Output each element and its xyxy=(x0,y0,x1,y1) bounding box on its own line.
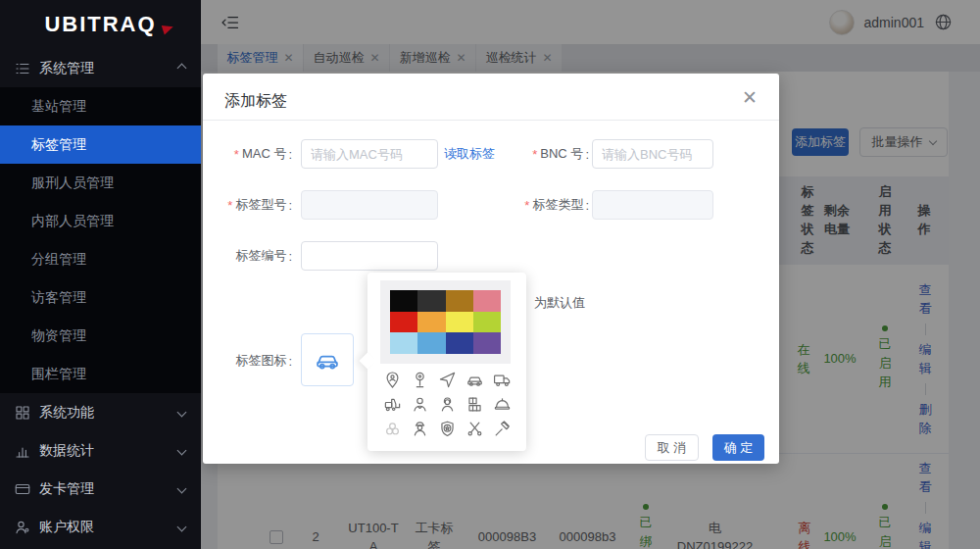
color-swatch[interactable] xyxy=(390,290,417,312)
confirm-button[interactable]: 确 定 xyxy=(712,434,764,461)
bnc-input[interactable] xyxy=(592,139,713,169)
sidebar-item-label: 系统功能 xyxy=(39,404,94,422)
color-swatch[interactable] xyxy=(473,312,501,333)
sidebar-submenu: 基站管理标签管理服刑人员管理内部人员管理分组管理访客管理物资管理围栏管理 xyxy=(0,87,201,393)
sidebar-subitem[interactable]: 访客管理 xyxy=(0,278,201,317)
brand-logo: UBITRAQ xyxy=(0,0,201,49)
read-tag-link[interactable]: 读取标签 xyxy=(444,145,495,163)
shelf-icon[interactable] xyxy=(466,395,484,414)
chevron-down-icon xyxy=(177,446,187,456)
divider xyxy=(203,120,779,121)
woman-icon[interactable] xyxy=(438,395,457,414)
sidebar-item-data-stats[interactable]: 数据统计 xyxy=(0,431,201,470)
sidebar-item-label: 账户权限 xyxy=(39,519,94,536)
required-asterisk: * xyxy=(227,198,232,213)
grid-icon xyxy=(14,404,31,422)
cancel-button[interactable]: 取 消 xyxy=(645,434,699,461)
color-swatch[interactable] xyxy=(417,312,445,333)
sidebar-subitem[interactable]: 围栏管理 xyxy=(0,355,201,393)
type-input[interactable] xyxy=(592,190,713,220)
brand-name: UBITRAQ xyxy=(44,12,156,37)
chevron-down-icon xyxy=(177,484,187,494)
popup-arrow xyxy=(360,353,376,370)
navigation-icon[interactable] xyxy=(438,371,457,389)
sidebar-subitem[interactable]: 内部人员管理 xyxy=(0,202,201,240)
color-palette xyxy=(390,290,501,354)
tag-icon-select-button[interactable] xyxy=(301,333,354,386)
officer-icon[interactable] xyxy=(411,420,429,438)
chevron-up-icon xyxy=(177,64,187,74)
chart-icon xyxy=(14,442,31,460)
code-label: 标签编号: xyxy=(203,241,292,271)
scissors-icon[interactable] xyxy=(466,420,484,438)
color-swatch[interactable] xyxy=(390,332,417,354)
model-input[interactable] xyxy=(301,190,438,220)
color-swatch[interactable] xyxy=(417,332,445,354)
sidebar-subitem[interactable]: 基站管理 xyxy=(0,87,201,125)
sidebar-item-account-perm[interactable]: 账户权限 xyxy=(0,508,201,546)
required-asterisk: * xyxy=(532,147,537,162)
list-icon xyxy=(14,60,31,77)
color-swatch[interactable] xyxy=(446,312,473,333)
brand-arrow-icon xyxy=(162,23,175,35)
man-icon[interactable] xyxy=(411,395,429,414)
truck-icon[interactable] xyxy=(493,371,512,389)
icon-color-picker-popup xyxy=(368,273,526,451)
hammer-icon[interactable] xyxy=(493,420,512,438)
icon-label: 标签图标: xyxy=(203,346,292,375)
color-swatch[interactable] xyxy=(390,312,417,333)
pin-round-icon[interactable] xyxy=(411,371,429,389)
sidebar-subitem[interactable]: 服刑人员管理 xyxy=(0,164,201,202)
chevron-down-icon xyxy=(177,523,187,532)
sidebar-item-label: 发卡管理 xyxy=(39,480,94,498)
sidebar-item-label: 系统管理 xyxy=(39,60,94,77)
color-swatch[interactable] xyxy=(473,290,501,312)
sidebar-subitem[interactable]: 物资管理 xyxy=(0,317,201,355)
user-icon xyxy=(14,519,31,536)
app-window: UBITRAQ 系统管理 基站管理标签管理服刑人员管理内部人员管理分组管理访客管… xyxy=(0,0,980,549)
mac-label: * MAC 号: xyxy=(203,139,292,169)
color-swatch[interactable] xyxy=(417,290,445,312)
sidebar-subitem[interactable]: 标签管理 xyxy=(0,125,201,164)
badge-icon[interactable] xyxy=(438,420,457,438)
circles-icon[interactable] xyxy=(383,420,402,438)
code-input[interactable] xyxy=(301,241,438,271)
required-asterisk: * xyxy=(524,198,529,213)
mac-input[interactable] xyxy=(301,139,438,169)
sidebar-item-label: 数据统计 xyxy=(39,442,94,460)
color-swatch[interactable] xyxy=(446,332,473,354)
close-icon[interactable]: ✕ xyxy=(742,88,758,107)
modal-title: 添加标签 xyxy=(224,91,287,112)
forklift-icon[interactable] xyxy=(383,395,402,414)
add-tag-modal: 添加标签 ✕ * MAC 号: 读取标签 * BNC 号: xyxy=(203,74,779,464)
required-asterisk: * xyxy=(234,147,239,162)
car-icon[interactable] xyxy=(466,371,484,389)
sidebar: UBITRAQ 系统管理 基站管理标签管理服刑人员管理内部人员管理分组管理访客管… xyxy=(0,0,201,549)
icon-grid xyxy=(378,371,515,438)
card-icon xyxy=(14,480,31,498)
default-hint-text: 为默认值 xyxy=(534,294,585,312)
sidebar-subitem[interactable]: 分组管理 xyxy=(0,240,201,278)
model-label: * 标签型号: xyxy=(203,190,292,220)
type-label: * 标签类型: xyxy=(513,190,589,220)
sidebar-item-system-func[interactable]: 系统功能 xyxy=(0,393,201,431)
chevron-down-icon xyxy=(177,408,187,418)
bnc-label: * BNC 号: xyxy=(513,139,589,169)
pin-person-icon[interactable] xyxy=(383,371,402,389)
color-palette-frame xyxy=(380,280,511,364)
helmet-icon[interactable] xyxy=(493,395,512,414)
car-icon xyxy=(314,346,341,374)
color-swatch[interactable] xyxy=(446,290,473,312)
main-area: admin001 标签管理✕自动巡检✕新增巡检✕巡检统计✕ 添加标签 批量操作 … xyxy=(201,0,980,549)
color-swatch[interactable] xyxy=(473,332,501,354)
sidebar-item-card-mgmt[interactable]: 发卡管理 xyxy=(0,470,201,508)
sidebar-item-system-mgmt[interactable]: 系统管理 xyxy=(0,49,201,87)
